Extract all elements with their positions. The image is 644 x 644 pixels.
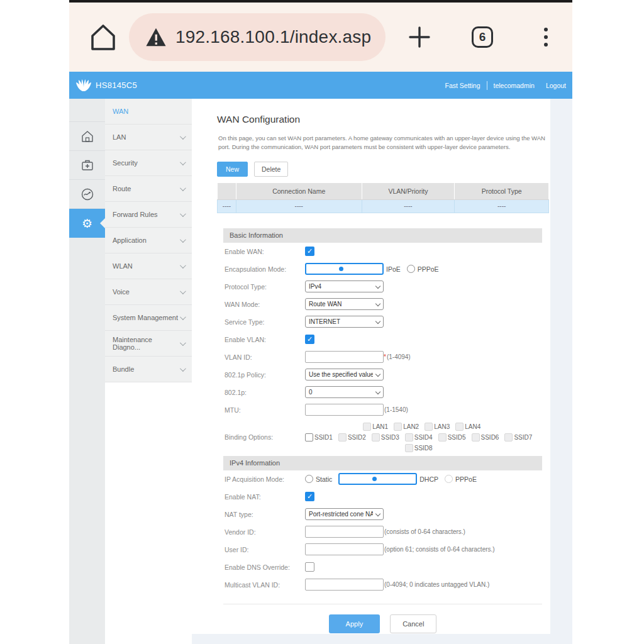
vendor-id-input[interactable]	[305, 526, 384, 538]
sidebar-item-maintenance-diagnose[interactable]: Maintenance Diagno...	[105, 331, 192, 357]
ssid2-checkbox[interactable]	[338, 433, 347, 441]
row-8021p-policy: 802.1p Policy: Use the specified value	[223, 366, 542, 384]
table-header-row: Connection Name VLAN/Priority Protocol T…	[218, 182, 549, 199]
wan-mode-select[interactable]: Route WAN	[305, 298, 384, 310]
lan1-checkbox[interactable]	[363, 423, 371, 431]
chevron-down-icon	[375, 284, 380, 289]
col-vlan-priority: VLAN/Priority	[362, 182, 455, 199]
sidebar-item-forward-rules[interactable]: Forward Rules	[105, 202, 192, 228]
sidebar-item-bundle[interactable]: Bundle	[105, 357, 192, 382]
browser-home-button[interactable]	[87, 20, 119, 54]
toolbox-plus-icon	[80, 158, 94, 172]
radio-ipv4-pppoe[interactable]	[445, 475, 453, 483]
table-row[interactable]: ---- ---- ---- ----	[218, 199, 549, 213]
sidebar-item-system-management[interactable]: System Management	[105, 305, 192, 331]
sidebar-menu: WAN LAN Security Route Forward Rules App…	[105, 99, 192, 382]
lan2-checkbox[interactable]	[394, 423, 402, 431]
chevron-down-icon	[180, 365, 186, 372]
device-header: HS8145C5 Fast Setting telecomadmin Logou…	[69, 72, 572, 99]
chevron-down-icon	[375, 319, 380, 324]
radio-static[interactable]	[305, 475, 313, 483]
rail-diagnose-button[interactable]	[69, 180, 105, 209]
ssid8-checkbox[interactable]	[405, 444, 413, 452]
protocol-type-select[interactable]: IPv4	[305, 280, 384, 292]
url-text: 192.168.100.1/index.asp	[175, 27, 371, 47]
diagnose-gauge-icon	[80, 187, 94, 201]
ssid5-checkbox[interactable]	[438, 433, 447, 441]
8021p-policy-select[interactable]: Use the specified value	[305, 369, 384, 380]
tab-count: 6	[479, 30, 486, 44]
page-title: WAN Configuration	[217, 114, 550, 125]
sidebar-item-route[interactable]: Route	[105, 176, 192, 202]
wan-form: Basic Information Enable WAN: ✓ Encapsul…	[223, 228, 542, 633]
row-mtu: MTU: (1-1540)	[223, 401, 542, 419]
table-actions: New Delete	[217, 162, 550, 177]
row-enable-vlan: Enable VLAN: ✓	[223, 331, 542, 348]
ssid4-checkbox[interactable]	[405, 433, 413, 441]
row-protocol-type: Protocol Type: IPv4	[223, 278, 542, 296]
sidebar-item-security[interactable]: Security	[105, 150, 192, 176]
enable-vlan-checkbox[interactable]: ✓	[305, 335, 314, 344]
menu-dots-icon	[544, 28, 548, 31]
browser-menu-button[interactable]	[540, 24, 552, 50]
user-id-input[interactable]	[305, 543, 384, 555]
rail-spacer	[69, 99, 105, 122]
mtu-input[interactable]	[305, 404, 384, 416]
ssid7-checkbox[interactable]	[504, 433, 513, 441]
new-button[interactable]: New	[217, 162, 248, 177]
sidebar-item-wlan[interactable]: WLAN	[105, 253, 192, 279]
enable-nat-checkbox[interactable]: ✓	[305, 492, 314, 501]
delete-button[interactable]: Delete	[254, 162, 288, 177]
enable-wan-checkbox[interactable]: ✓	[305, 247, 314, 256]
nat-type-select[interactable]: Port-restricted cone NA	[305, 508, 384, 520]
new-tab-button[interactable]	[405, 23, 434, 52]
radio-dhcp[interactable]	[338, 473, 417, 485]
header-separator	[487, 81, 487, 90]
ssid1-checkbox[interactable]	[305, 433, 313, 441]
chevron-down-icon	[180, 211, 186, 217]
row-8021p: 802.1p: 0	[223, 384, 542, 401]
sidebar-item-voice[interactable]: Voice	[105, 279, 192, 305]
chevron-down-icon	[375, 372, 380, 377]
row-ip-acquisition-mode: IP Acquisition Mode: Static DHCP PPPoE	[223, 470, 542, 488]
radio-ipoe[interactable]	[305, 263, 384, 275]
rail-home-button[interactable]	[69, 122, 105, 151]
section-ipv4-information: IPv4 Information	[223, 456, 542, 470]
col-connection-name: Connection Name	[236, 182, 362, 199]
chevron-down-icon	[180, 185, 186, 191]
8021p-select[interactable]: 0	[305, 386, 384, 398]
row-binding-options: Binding Options: LAN1 LAN2 LAN3 LAN4 SSI…	[223, 419, 542, 456]
service-type-select[interactable]: INTERNET	[305, 316, 384, 328]
tab-switcher-button[interactable]: 6	[472, 26, 493, 48]
row-vlan-id: VLAN ID: *(1-4094)	[223, 348, 542, 366]
ssid3-checkbox[interactable]	[372, 433, 380, 441]
rail-settings-button[interactable]: ⚙	[69, 209, 105, 238]
lan4-checkbox[interactable]	[455, 423, 464, 431]
vlan-id-input[interactable]	[305, 351, 384, 363]
url-bar[interactable]: 192.168.100.1/index.asp	[129, 13, 386, 61]
row-nat-type: NAT type: Port-restricted cone NA	[223, 506, 542, 523]
sidebar-item-lan[interactable]: LAN	[105, 125, 192, 150]
sidebar-item-application[interactable]: Application	[105, 228, 192, 253]
cancel-button[interactable]: Cancel	[390, 614, 436, 633]
row-multicast-vlan-id: Multicast VLAN ID: (0-4094; 0 indicates …	[223, 576, 542, 594]
fast-setting-link[interactable]: Fast Setting	[445, 82, 480, 89]
apply-button[interactable]: Apply	[329, 614, 380, 633]
chevron-down-icon	[375, 389, 380, 394]
enable-dns-override-checkbox[interactable]	[305, 562, 314, 572]
not-secure-warning-icon	[145, 27, 167, 47]
multicast-vlan-id-input[interactable]	[305, 579, 384, 591]
col-protocol-type: Protocol Type	[455, 182, 549, 199]
ssid6-checkbox[interactable]	[472, 433, 480, 441]
chevron-down-icon	[180, 288, 186, 294]
lan3-checkbox[interactable]	[425, 423, 433, 431]
row-vendor-id: Vendor ID: (consists of 0-64 characters.…	[223, 523, 542, 541]
rail-toolbox-button[interactable]	[69, 151, 105, 180]
device-model: HS8145C5	[96, 80, 137, 90]
sidebar-item-wan[interactable]: WAN	[105, 99, 192, 125]
logout-link[interactable]: Logout	[546, 82, 566, 89]
radio-pppoe[interactable]	[407, 265, 415, 273]
plus-icon	[406, 24, 433, 50]
chevron-down-icon	[180, 262, 186, 269]
chevron-down-icon	[180, 314, 186, 320]
